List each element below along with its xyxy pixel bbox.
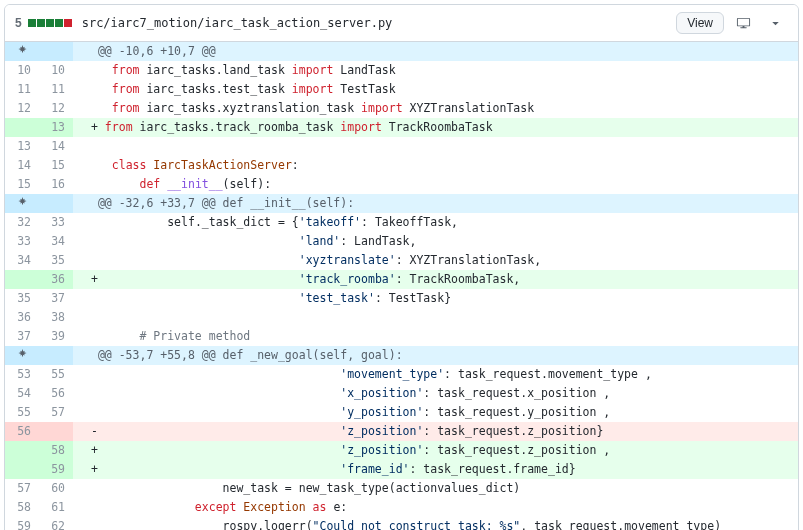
code-cell[interactable]: except Exception as e: [73,498,798,517]
code-cell[interactable]: + 'z_position': task_request.z_position … [73,441,798,460]
new-line-num[interactable] [39,422,73,441]
old-line-num[interactable]: 34 [5,251,39,270]
old-line-num[interactable]: 15 [5,175,39,194]
diff-line: 1415 class IarcTaskActionServer: [5,156,798,175]
old-line-num[interactable]: 14 [5,156,39,175]
chevron-down-icon[interactable] [762,11,788,35]
code-cell[interactable]: 'test_task': TestTask} [73,289,798,308]
new-line-num[interactable]: 59 [39,460,73,479]
new-line-num[interactable]: 34 [39,232,73,251]
new-line-num[interactable]: 56 [39,384,73,403]
old-line-num[interactable] [5,270,39,289]
new-line-num[interactable]: 58 [39,441,73,460]
code-cell[interactable]: 'y_position': task_request.y_position , [73,403,798,422]
diff-line: 5456 'x_position': task_request.x_positi… [5,384,798,403]
hunk-header-row: @@ -10,6 +10,7 @@ [5,42,798,61]
new-line-num[interactable]: 13 [39,118,73,137]
old-line-num[interactable]: 11 [5,80,39,99]
code-cell[interactable]: - 'z_position': task_request.z_position} [73,422,798,441]
code-cell[interactable]: new_task = new_task_type(actionvalues_di… [73,479,798,498]
expand-icon[interactable] [5,346,39,365]
code-cell[interactable]: from iarc_tasks.xyztranslation_task impo… [73,99,798,118]
new-line-num[interactable]: 62 [39,517,73,530]
old-line-num[interactable] [5,460,39,479]
old-line-num[interactable]: 10 [5,61,39,80]
hunk-text: @@ -10,6 +10,7 @@ [73,42,798,61]
code-cell[interactable]: from iarc_tasks.test_task import TestTas… [73,80,798,99]
code-cell[interactable] [73,137,798,156]
new-line-num[interactable]: 35 [39,251,73,270]
new-line-num[interactable]: 60 [39,479,73,498]
code-cell[interactable]: rospy.logerr("Could not construct task: … [73,517,798,530]
new-line-num[interactable]: 36 [39,270,73,289]
new-line-num[interactable]: 37 [39,289,73,308]
new-line-num[interactable]: 57 [39,403,73,422]
diff-line: 1516 def __init__(self): [5,175,798,194]
diff-line: 36+ 'track_roomba': TrackRoombaTask, [5,270,798,289]
new-line-num[interactable]: 16 [39,175,73,194]
old-line-num[interactable]: 59 [5,517,39,530]
hunk-header-row: @@ -32,6 +33,7 @@ def __init__(self): [5,194,798,213]
old-line-num[interactable]: 32 [5,213,39,232]
hunk-text: @@ -53,7 +55,8 @@ def _new_goal(self, go… [73,346,798,365]
file-header: 5 src/iarc7_motion/iarc_task_action_serv… [5,5,798,42]
old-line-num[interactable]: 57 [5,479,39,498]
old-line-num[interactable]: 37 [5,327,39,346]
diff-line: 3435 'xyztranslate': XYZTranslationTask, [5,251,798,270]
view-file-button[interactable]: View [676,12,724,34]
old-line-num[interactable]: 56 [5,422,39,441]
old-line-num[interactable]: 53 [5,365,39,384]
expand-icon[interactable] [5,194,39,213]
code-cell[interactable]: from iarc_tasks.land_task import LandTas… [73,61,798,80]
code-cell[interactable]: self._task_dict = {'takeoff': TakeoffTas… [73,213,798,232]
old-line-num[interactable] [5,441,39,460]
diff-line: 58+ 'z_position': task_request.z_positio… [5,441,798,460]
diff-line: 5861 except Exception as e: [5,498,798,517]
diff-stat-box [64,19,72,27]
old-line-num[interactable] [5,118,39,137]
code-cell[interactable]: 'x_position': task_request.x_position , [73,384,798,403]
new-line-num[interactable]: 61 [39,498,73,517]
code-cell[interactable]: + from iarc_tasks.track_roomba_task impo… [73,118,798,137]
old-line-num[interactable]: 36 [5,308,39,327]
old-line-num[interactable]: 55 [5,403,39,422]
old-line-num[interactable]: 12 [5,99,39,118]
code-cell[interactable]: 'movement_type': task_request.movement_t… [73,365,798,384]
old-line-num[interactable]: 54 [5,384,39,403]
new-line-num[interactable]: 12 [39,99,73,118]
diff-line: 1314 [5,137,798,156]
code-cell[interactable] [73,308,798,327]
diff-line: 3233 self._task_dict = {'takeoff': Takeo… [5,213,798,232]
code-cell[interactable]: class IarcTaskActionServer: [73,156,798,175]
file-path[interactable]: src/iarc7_motion/iarc_task_action_server… [82,16,393,30]
new-line-num[interactable]: 15 [39,156,73,175]
expand-icon[interactable] [5,42,39,61]
code-cell[interactable]: def __init__(self): [73,175,798,194]
diff-line: 59+ 'frame_id': task_request.frame_id} [5,460,798,479]
new-line-num[interactable]: 10 [39,61,73,80]
code-cell[interactable]: 'xyztranslate': XYZTranslationTask, [73,251,798,270]
new-line-num[interactable]: 39 [39,327,73,346]
old-line-num[interactable]: 13 [5,137,39,156]
desktop-icon[interactable] [730,11,756,35]
new-line-num[interactable]: 33 [39,213,73,232]
diff-table: @@ -10,6 +10,7 @@1010 from iarc_tasks.la… [5,42,798,530]
change-count: 5 [15,16,22,30]
diff-stat-box [55,19,63,27]
code-cell[interactable]: + 'frame_id': task_request.frame_id} [73,460,798,479]
hunk-header-row: @@ -53,7 +55,8 @@ def _new_goal(self, go… [5,346,798,365]
diff-stat-box [46,19,54,27]
old-line-num[interactable]: 58 [5,498,39,517]
old-line-num[interactable]: 35 [5,289,39,308]
code-cell[interactable]: 'land': LandTask, [73,232,798,251]
old-line-num[interactable]: 33 [5,232,39,251]
new-line-num[interactable]: 14 [39,137,73,156]
new-line-num[interactable]: 38 [39,308,73,327]
hunk-text: @@ -32,6 +33,7 @@ def __init__(self): [73,194,798,213]
new-line-num[interactable]: 55 [39,365,73,384]
diff-stat-boxes [28,19,72,27]
code-cell[interactable]: # Private method [73,327,798,346]
code-cell[interactable]: + 'track_roomba': TrackRoombaTask, [73,270,798,289]
diff-line: 3739 # Private method [5,327,798,346]
new-line-num[interactable]: 11 [39,80,73,99]
